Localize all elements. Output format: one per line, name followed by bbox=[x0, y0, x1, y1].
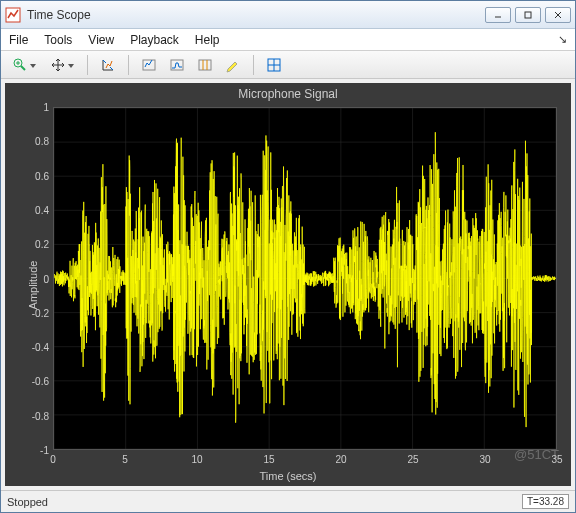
menu-view[interactable]: View bbox=[88, 33, 114, 47]
y-tick: 0 bbox=[43, 273, 49, 284]
y-tick: 0.6 bbox=[35, 170, 49, 181]
window-title: Time Scope bbox=[27, 8, 485, 22]
chart-title: Microphone Signal bbox=[5, 87, 571, 101]
toolbar bbox=[1, 51, 575, 79]
titlebar[interactable]: Time Scope bbox=[1, 1, 575, 29]
highlight-tool[interactable] bbox=[221, 54, 245, 76]
axes[interactable]: -1-0.8-0.6-0.4-0.200.20.40.60.8105101520… bbox=[53, 107, 557, 450]
undock-icon[interactable]: ↘ bbox=[558, 33, 567, 46]
status-text: Stopped bbox=[7, 496, 48, 508]
layout-tool[interactable] bbox=[262, 54, 286, 76]
menubar: File Tools View Playback Help ↘ bbox=[1, 29, 575, 51]
svg-rect-2 bbox=[525, 12, 531, 18]
minimize-button[interactable] bbox=[485, 7, 511, 23]
x-tick: 5 bbox=[122, 454, 128, 465]
x-tick: 15 bbox=[263, 454, 274, 465]
y-tick: 0.2 bbox=[35, 239, 49, 250]
plot-area: Microphone Signal Amplitude Time (secs) … bbox=[5, 83, 571, 486]
y-tick: -1 bbox=[40, 445, 49, 456]
zoom-tool[interactable] bbox=[7, 54, 41, 76]
autoscale-tool[interactable] bbox=[96, 54, 120, 76]
x-axis-label: Time (secs) bbox=[5, 470, 571, 482]
window-frame: Time Scope File Tools View Playback Help… bbox=[0, 0, 576, 513]
menu-help[interactable]: Help bbox=[195, 33, 220, 47]
menu-tools[interactable]: Tools bbox=[44, 33, 72, 47]
menu-file[interactable]: File bbox=[9, 33, 28, 47]
y-tick: -0.8 bbox=[32, 410, 49, 421]
time-readout: T=33.28 bbox=[522, 494, 569, 509]
y-tick: -0.4 bbox=[32, 342, 49, 353]
close-button[interactable] bbox=[545, 7, 571, 23]
y-tick: -0.2 bbox=[32, 307, 49, 318]
menu-playback[interactable]: Playback bbox=[130, 33, 179, 47]
statusbar: Stopped T=33.28 bbox=[1, 490, 575, 512]
x-tick: 25 bbox=[407, 454, 418, 465]
y-tick: 1 bbox=[43, 102, 49, 113]
y-tick: 0.4 bbox=[35, 204, 49, 215]
scale-x-tool[interactable] bbox=[137, 54, 161, 76]
y-axis-label: Amplitude bbox=[27, 260, 39, 309]
maximize-button[interactable] bbox=[515, 7, 541, 23]
x-tick: 0 bbox=[50, 454, 56, 465]
app-icon bbox=[5, 7, 21, 23]
scale-y-tool[interactable] bbox=[165, 54, 189, 76]
x-tick: 20 bbox=[335, 454, 346, 465]
pan-tool[interactable] bbox=[45, 54, 79, 76]
y-tick: 0.8 bbox=[35, 136, 49, 147]
cursor-tool[interactable] bbox=[193, 54, 217, 76]
x-tick: 30 bbox=[479, 454, 490, 465]
x-tick: 10 bbox=[191, 454, 202, 465]
x-tick: 35 bbox=[551, 454, 562, 465]
y-tick: -0.6 bbox=[32, 376, 49, 387]
svg-rect-9 bbox=[199, 60, 211, 70]
signal-plot[interactable] bbox=[53, 107, 557, 450]
svg-line-4 bbox=[21, 66, 25, 70]
